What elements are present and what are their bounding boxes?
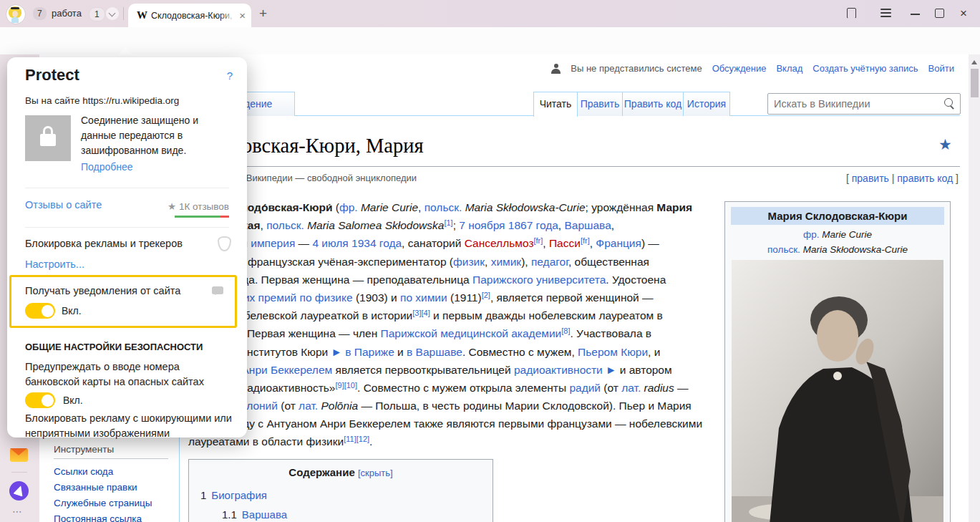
wiki-link[interactable]: фр.: [339, 201, 358, 213]
scrollbar[interactable]: [969, 54, 980, 522]
card-warning-toggle[interactable]: [25, 392, 55, 408]
tab-group-badge[interactable]: 7: [33, 7, 47, 20]
personal-link[interactable]: Создать учётную запись: [812, 63, 918, 74]
ref-link[interactable]: [2]: [482, 291, 490, 299]
menu-icon[interactable]: [880, 9, 891, 17]
sidebar-tool-link[interactable]: Служебные страницы: [54, 496, 152, 511]
scroll-up-icon[interactable]: [971, 60, 977, 64]
active-tab[interactable]: W Склодовская-Кюри, Ма ×: [128, 4, 251, 27]
wiki-link[interactable]: лат.: [621, 382, 641, 394]
alice-assistant-icon[interactable]: [9, 481, 29, 501]
wiki-link[interactable]: 1867 года: [508, 219, 558, 231]
bracket: ]: [956, 173, 959, 184]
toc-hide-link[interactable]: [скрыть]: [358, 468, 393, 478]
reviews-count[interactable]: ★ 1К отзывов: [168, 200, 229, 212]
red-link[interactable]: Пасси: [549, 237, 581, 249]
wiki-link[interactable]: Пьером Кюри: [578, 346, 648, 358]
wiki-link[interactable]: 4 июля: [312, 237, 348, 249]
site-reviews-link[interactable]: Отзывы о сайте: [25, 199, 102, 211]
scrollbar-thumb[interactable]: [971, 69, 979, 97]
ref-link[interactable]: [fr]: [581, 236, 590, 245]
toc-item[interactable]: 1Биография: [200, 485, 287, 505]
wiki-link[interactable]: 7 ноября: [459, 219, 505, 231]
wiki-link[interactable]: ►: [331, 346, 342, 358]
tab-group-label[interactable]: работа: [52, 8, 82, 19]
watch-star-icon[interactable]: ★: [938, 136, 952, 153]
more-icons-dots[interactable]: ⋯: [12, 506, 23, 517]
tab-read[interactable]: Читать: [533, 92, 578, 117]
wiki-link[interactable]: химик: [491, 256, 522, 268]
configure-link[interactable]: Настроить...: [25, 258, 84, 270]
tools-rule: [54, 458, 168, 459]
wiki-link[interactable]: Парижской медицинской академии: [381, 327, 562, 339]
sidebar-divider: [11, 472, 27, 473]
article-text: Мари́я Склодо́вская-Кюри́ (фр. Marie Cur…: [188, 198, 722, 451]
lang-link[interactable]: польск.: [767, 244, 800, 255]
text-segment: — Польша, в честь родины Марии Склодовск…: [358, 400, 692, 412]
profile-avatar[interactable]: [6, 4, 26, 24]
article-line: Российская империя — 4 июля 1934 года, с…: [188, 234, 722, 252]
text-segment: —: [295, 237, 312, 249]
side-panels-icon[interactable]: [847, 8, 857, 19]
search-icon[interactable]: [944, 98, 953, 107]
lang-link[interactable]: фр.: [803, 229, 819, 240]
red-link[interactable]: Санселльмоз: [465, 237, 534, 249]
close-tab-icon[interactable]: ×: [239, 9, 246, 21]
text-segment: , общественная: [568, 256, 649, 268]
help-link[interactable]: ?: [227, 69, 233, 82]
wiki-link[interactable]: физик: [453, 256, 485, 268]
personal-link[interactable]: Обсуждение: [712, 63, 767, 74]
sidebar-tool-link[interactable]: Ссылки сюда: [54, 464, 152, 480]
wiki-link[interactable]: Варшава: [564, 219, 611, 231]
sidebar-tool-link[interactable]: Постоянная ссылка: [54, 511, 152, 522]
wiki-link[interactable]: 1934 года: [351, 237, 402, 249]
personal-link[interactable]: Войти: [928, 63, 954, 74]
ref-link[interactable]: [3][4]: [412, 309, 430, 317]
article-line: Антуаном Анри Беккерелем является первоо…: [188, 361, 722, 379]
text-segment: ) —: [641, 237, 659, 249]
tab-history[interactable]: История: [683, 92, 730, 116]
tab-edit[interactable]: Править: [577, 92, 623, 116]
sidebar-tool-link[interactable]: Связанные правки: [54, 480, 152, 496]
anon-note[interactable]: Вы не представились системе: [571, 63, 702, 74]
wiki-link[interactable]: Франция: [596, 237, 641, 249]
wiki-link[interactable]: в Париже: [345, 346, 394, 358]
new-tab-button[interactable]: +: [259, 6, 267, 21]
text-segment: ,: [418, 201, 424, 213]
wiki-link[interactable]: польск.: [266, 219, 304, 231]
notifications-toggle[interactable]: [25, 303, 55, 319]
minimize-button[interactable]: [911, 14, 920, 15]
wiki-link[interactable]: в Варшаве: [407, 346, 462, 358]
wiki-link[interactable]: радий: [569, 382, 601, 394]
close-window-button[interactable]: ×: [960, 6, 967, 21]
text-segment: и первым дважды нобелевским лауреатом в: [430, 309, 663, 322]
mail-icon[interactable]: [10, 448, 28, 462]
wiki-link[interactable]: по химии: [400, 291, 447, 304]
edit-link[interactable]: править: [852, 173, 889, 184]
toc-link[interactable]: Варшава: [242, 508, 287, 521]
ref-link[interactable]: [8]: [561, 327, 570, 335]
personal-link[interactable]: Вклад: [776, 63, 802, 74]
maximize-button[interactable]: [935, 9, 944, 18]
wiki-link[interactable]: польск.: [424, 201, 462, 213]
tab-group-count[interactable]: 1: [89, 7, 105, 21]
details-link[interactable]: Подробнее: [81, 161, 133, 173]
wiki-link[interactable]: ►: [606, 364, 616, 376]
divider: [25, 188, 229, 188]
toc-link[interactable]: Биография: [211, 489, 267, 501]
ref-link[interactable]: [1]: [444, 218, 452, 227]
ref-link[interactable]: [9][10]: [335, 381, 357, 390]
wiki-link[interactable]: педагог: [531, 256, 568, 268]
wiki-search-input[interactable]: [772, 96, 933, 112]
ref-link[interactable]: [11][12]: [344, 435, 369, 443]
toc-item[interactable]: 1.1Варшава: [200, 505, 287, 522]
chevron-down-icon[interactable]: [106, 7, 119, 20]
edit-source-link[interactable]: править код: [897, 173, 953, 184]
wiki-link[interactable]: радиоактивности: [514, 364, 603, 376]
ref-link[interactable]: [fr]: [534, 236, 543, 245]
wiki-link[interactable]: лат.: [299, 400, 318, 412]
protect-panel: Protect ? Вы на сайте https://ru.wikiped…: [7, 57, 247, 438]
portrait-photo[interactable]: [732, 260, 943, 522]
wiki-link[interactable]: Парижского университета: [472, 274, 606, 286]
tab-edit-source[interactable]: Править код: [622, 92, 684, 116]
